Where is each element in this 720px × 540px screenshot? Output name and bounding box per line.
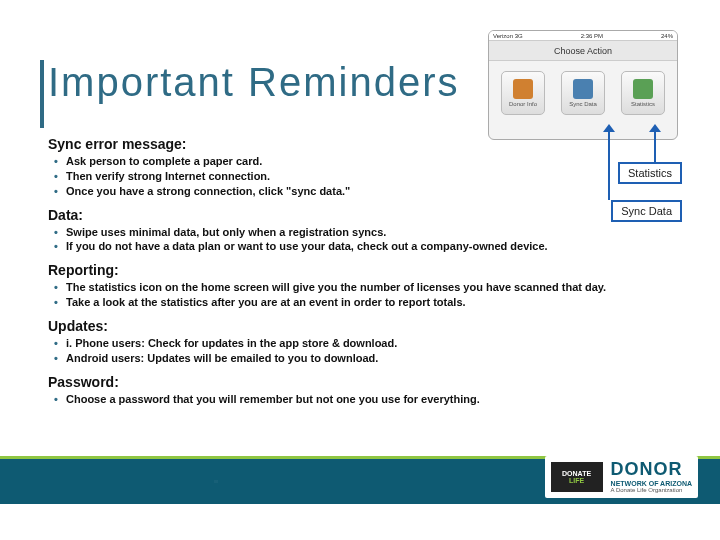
phone-icon-label: Donor Info — [509, 101, 537, 107]
bullets-updates: i. Phone users: Check for updates in the… — [48, 336, 668, 366]
donor-info-icon — [513, 79, 533, 99]
callout-sync-data: Sync Data — [611, 200, 682, 222]
section-heading-password: Password: — [48, 374, 668, 390]
phone-icon-label: Sync Data — [569, 101, 597, 107]
logo-text: LIFE — [569, 477, 584, 484]
bullets-password: Choose a password that you will remember… — [48, 392, 668, 407]
page-title: Important Reminders — [48, 60, 459, 105]
list-item: Take a look at the statistics after you … — [54, 295, 668, 310]
list-item: Android users: Updates will be emailed t… — [54, 351, 668, 366]
title-accent-bar — [40, 60, 44, 128]
arrow-line-statistics — [654, 128, 656, 162]
section-heading-reporting: Reporting: — [48, 262, 668, 278]
bullets-data: Swipe uses minimal data, but only when a… — [48, 225, 668, 255]
bullets-reporting: The statistics icon on the home screen w… — [48, 280, 668, 310]
list-item: The statistics icon on the home screen w… — [54, 280, 668, 295]
logo-text: DONATE — [562, 470, 591, 477]
phone-status-battery: 24% — [661, 33, 673, 39]
list-item: Choose a password that you will remember… — [54, 392, 668, 407]
list-item: Then verify strong Internet connection. — [54, 169, 668, 184]
footer-logos: DONATE LIFE DONOR NETWORK OF ARIZONA A D… — [545, 456, 698, 498]
phone-status-time: 2:36 PM — [581, 33, 603, 39]
phone-icon-donor-info: Donor Info — [501, 71, 545, 115]
arrow-line-sync — [608, 128, 610, 200]
phone-icon-sync-data: Sync Data — [561, 71, 605, 115]
logo-text: DONOR — [611, 460, 692, 480]
phone-screen-title: Choose Action — [489, 41, 677, 61]
list-item: Swipe uses minimal data, but only when a… — [54, 225, 668, 240]
statistics-icon — [633, 79, 653, 99]
callout-statistics: Statistics — [618, 162, 682, 184]
donate-life-logo: DONATE LIFE — [551, 462, 603, 492]
phone-icon-statistics: Statistics — [621, 71, 665, 115]
phone-status-carrier: Verizon 3G — [493, 33, 523, 39]
phone-icon-label: Statistics — [631, 101, 655, 107]
list-item: Once you have a strong connection, click… — [54, 184, 668, 199]
bullets-sync: Ask person to complete a paper card. The… — [48, 154, 668, 199]
logo-subtext: NETWORK OF ARIZONA — [611, 480, 692, 488]
section-heading-data: Data: — [48, 207, 668, 223]
logo-subtext: A Donate Life Organization — [611, 487, 692, 494]
phone-status-bar: Verizon 3G 2:36 PM 24% — [489, 31, 677, 41]
phone-icon-row: Donor Info Sync Data Statistics — [489, 61, 677, 125]
content-body: Sync error message: Ask person to comple… — [48, 136, 668, 410]
list-item: If you do not have a data plan or want t… — [54, 239, 668, 254]
list-item: Ask person to complete a paper card. — [54, 154, 668, 169]
donor-network-logo: DONOR NETWORK OF ARIZONA A Donate Life O… — [611, 460, 692, 494]
list-item: i. Phone users: Check for updates in the… — [54, 336, 668, 351]
section-heading-updates: Updates: — [48, 318, 668, 334]
sync-data-icon — [573, 79, 593, 99]
